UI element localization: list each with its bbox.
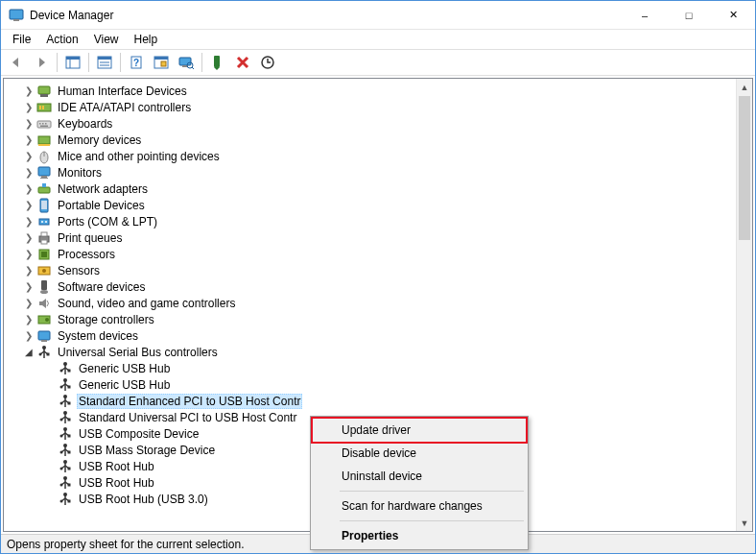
scan-hardware-button[interactable]	[175, 51, 198, 74]
usb-icon	[58, 459, 73, 474]
usb-icon	[58, 410, 73, 425]
sound-icon	[36, 296, 52, 311]
toolbar-separator	[57, 53, 58, 72]
maximize-button[interactable]: □	[667, 1, 711, 29]
tree-node[interactable]: Generic USB Hub	[6, 376, 736, 393]
forward-button[interactable]	[30, 51, 53, 74]
back-button[interactable]	[5, 51, 28, 74]
tree-node[interactable]: ❯Software devices	[6, 278, 736, 295]
chevron-right-icon[interactable]: ❯	[23, 314, 35, 325]
svg-line-17	[192, 67, 194, 69]
svg-rect-18	[214, 56, 220, 67]
enable-button[interactable]	[206, 51, 229, 74]
tree-node-label: Software devices	[56, 280, 147, 294]
tree-node-label: Memory devices	[56, 133, 143, 147]
tree-node[interactable]: ❯Sensors	[6, 262, 736, 278]
tree-node[interactable]: Standard Enhanced PCI to USB Host Contr	[6, 393, 736, 409]
tree-node[interactable]: ❯Storage controllers	[6, 311, 736, 327]
tree-node[interactable]: ❯Ports (COM & LPT)	[6, 213, 736, 229]
svg-rect-0	[10, 10, 23, 19]
tree-node[interactable]: ❯Memory devices	[6, 132, 736, 148]
close-button[interactable]: ✕	[711, 1, 755, 29]
tree-node[interactable]: ◢Universal Serial Bus controllers	[6, 344, 736, 360]
tree-node-label: USB Composite Device	[77, 427, 201, 441]
chevron-right-icon[interactable]: ❯	[23, 232, 35, 244]
tree-node[interactable]: ❯Human Interface Devices	[6, 83, 736, 99]
chevron-right-icon[interactable]: ❯	[23, 330, 35, 342]
action-tree-button[interactable]	[150, 51, 173, 74]
context-menu-item[interactable]: Disable device	[313, 442, 526, 465]
usb-icon	[58, 443, 73, 458]
svg-rect-6	[98, 57, 111, 60]
chevron-right-icon[interactable]: ❯	[23, 249, 35, 260]
chevron-right-icon[interactable]: ❯	[23, 102, 35, 113]
usb-icon	[58, 394, 73, 409]
tree-node-label: IDE ATA/ATAPI controllers	[56, 101, 193, 114]
monitor-icon	[36, 165, 52, 181]
chevron-right-icon[interactable]: ❯	[23, 200, 35, 211]
context-menu-item[interactable]: Properties	[313, 524, 526, 547]
context-menu-item[interactable]: Update driver	[313, 419, 526, 442]
tree-node[interactable]: ❯Sound, video and game controllers	[6, 295, 736, 311]
usb-icon	[58, 426, 73, 442]
vertical-scrollbar[interactable]: ▲ ▼	[736, 79, 752, 531]
tree-node[interactable]: ❯Monitors	[6, 164, 736, 181]
chevron-right-icon[interactable]: ❯	[23, 281, 35, 293]
context-menu-item[interactable]: Scan for hardware changes	[313, 494, 526, 518]
minimize-button[interactable]: –	[623, 1, 667, 29]
uninstall-button[interactable]	[231, 51, 254, 74]
help-button[interactable]: ?	[125, 51, 148, 74]
tree-node-label: Processors	[56, 248, 117, 261]
tree-node[interactable]: ❯Print queues	[6, 229, 736, 246]
chevron-right-icon[interactable]: ❯	[23, 216, 35, 228]
toolbar-separator	[201, 53, 202, 72]
usb-icon	[58, 475, 73, 491]
chevron-right-icon[interactable]: ❯	[23, 85, 35, 97]
context-menu-item[interactable]: Uninstall device	[313, 465, 526, 488]
menu-action[interactable]: Action	[38, 31, 85, 48]
tree-node-label: USB Root Hub	[77, 476, 156, 490]
chevron-right-icon[interactable]: ❯	[23, 134, 35, 146]
tree-node[interactable]: ❯System devices	[6, 327, 736, 344]
chevron-right-icon[interactable]: ❯	[23, 118, 35, 130]
tree-node-label: System devices	[56, 329, 140, 343]
app-icon	[9, 8, 24, 23]
chevron-right-icon[interactable]: ❯	[23, 265, 35, 277]
chevron-right-icon[interactable]: ❯	[23, 183, 35, 195]
show-hide-tree-button[interactable]	[61, 51, 84, 74]
tree-node-label: Network adapters	[56, 182, 150, 196]
menu-help[interactable]: Help	[127, 31, 166, 48]
keyboard-icon	[36, 116, 52, 132]
scroll-up-icon[interactable]: ▲	[737, 79, 752, 95]
tree-node-label: Sound, video and game controllers	[56, 297, 237, 310]
chevron-right-icon[interactable]: ❯	[23, 151, 35, 162]
tree-node-label: Ports (COM & LPT)	[56, 215, 159, 229]
printer-icon	[36, 230, 52, 246]
chevron-down-icon[interactable]: ◢	[23, 347, 35, 358]
svg-text:?: ?	[133, 58, 139, 68]
software-icon	[36, 279, 52, 295]
update-driver-button[interactable]	[256, 51, 279, 74]
menu-file[interactable]: File	[5, 31, 38, 48]
tree-node[interactable]: Generic USB Hub	[6, 360, 736, 376]
menu-view[interactable]: View	[86, 31, 127, 48]
chevron-right-icon[interactable]: ❯	[23, 167, 35, 179]
tree-node[interactable]: ❯Keyboards	[6, 115, 736, 132]
tree-node-label: Sensors	[56, 264, 102, 277]
svg-rect-1	[13, 19, 19, 21]
scroll-down-icon[interactable]: ▼	[737, 515, 752, 531]
tree-node[interactable]: ❯Processors	[6, 246, 736, 262]
scroll-thumb[interactable]	[739, 96, 750, 240]
tree-node[interactable]: ❯IDE ATA/ATAPI controllers	[6, 99, 736, 115]
window-controls: – □ ✕	[623, 1, 755, 29]
tree-node[interactable]: ❯Portable Devices	[6, 197, 736, 213]
chevron-right-icon[interactable]: ❯	[23, 298, 35, 309]
hid-icon	[36, 84, 52, 99]
properties-button[interactable]	[93, 51, 116, 74]
tree-node-label: Human Interface Devices	[56, 84, 189, 98]
tree-node[interactable]: ❯Network adapters	[6, 181, 736, 197]
menu-bar: File Action View Help	[1, 30, 755, 49]
tree-node[interactable]: ❯Mice and other pointing devices	[6, 148, 736, 164]
toolbar-separator	[88, 53, 89, 72]
window-title: Device Manager	[30, 9, 623, 22]
